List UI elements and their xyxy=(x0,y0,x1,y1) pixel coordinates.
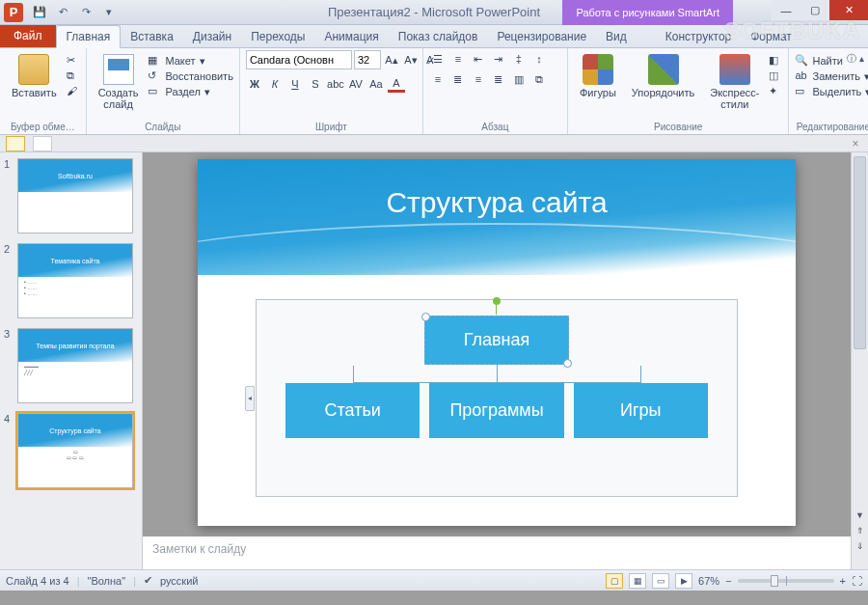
reading-view-button[interactable]: ▭ xyxy=(652,573,669,589)
new-slide-button[interactable]: Создать слайд xyxy=(93,50,145,114)
fit-to-window-button[interactable]: ⛶ xyxy=(852,575,862,587)
smartart-text-pane-toggle[interactable]: ◂ xyxy=(245,386,255,411)
align-left-button[interactable]: ≡ xyxy=(429,70,447,88)
tab-design[interactable]: Дизайн xyxy=(183,26,241,47)
app-icon: P xyxy=(4,3,23,22)
smartart-node-root[interactable]: Главная xyxy=(424,316,569,365)
normal-view-button[interactable]: ▢ xyxy=(606,573,623,589)
section-icon: ▭ xyxy=(148,85,161,98)
shape-outline-button[interactable]: ◫ xyxy=(769,69,782,83)
shapes-button[interactable]: Фигуры xyxy=(574,50,622,102)
file-tab[interactable]: Файл xyxy=(0,24,56,47)
paste-button[interactable]: Вставить xyxy=(6,50,63,102)
maximize-button[interactable]: ▢ xyxy=(800,0,829,20)
replace-button[interactable]: abЗаменить ▾ xyxy=(795,69,868,83)
save-icon[interactable]: 💾 xyxy=(31,4,48,21)
align-right-button[interactable]: ≡ xyxy=(470,70,487,88)
scroll-down-icon[interactable]: ▼ xyxy=(852,508,868,523)
zoom-in-button[interactable]: + xyxy=(840,575,846,587)
arrange-icon xyxy=(648,54,679,85)
status-language[interactable]: русский xyxy=(160,575,198,587)
tab-constructor[interactable]: Конструктор xyxy=(656,26,741,47)
columns-button[interactable]: ▥ xyxy=(510,70,528,88)
quick-styles-button[interactable]: Экспресс-стили xyxy=(704,50,765,114)
underline-button[interactable]: Ч xyxy=(286,75,304,93)
notes-pane[interactable]: Заметки к слайду xyxy=(143,533,851,569)
scroll-thumb[interactable] xyxy=(854,156,866,349)
vertical-scrollbar[interactable]: ▲ ▼ ⇑ ⇓ xyxy=(851,152,868,569)
thumb-3[interactable]: 3 Темпы развития портала━━━━━╱╱╱ xyxy=(4,328,138,403)
thumb-1[interactable]: 1 Softbuka.ru xyxy=(4,158,138,234)
arrange-button[interactable]: Упорядочить xyxy=(626,50,700,102)
slideshow-view-button[interactable]: ▶ xyxy=(675,573,692,589)
font-color-button[interactable]: A xyxy=(388,75,405,93)
redo-icon[interactable]: ↷ xyxy=(77,4,95,21)
tab-home[interactable]: Главная xyxy=(56,25,122,48)
bullets-button[interactable]: ☰ xyxy=(429,50,447,68)
tab-view[interactable]: Вид xyxy=(596,26,637,47)
thumb-4[interactable]: 4 Структура сайта▭▭ ▭ ▭ xyxy=(4,413,138,488)
smartart-node-child[interactable]: Игры xyxy=(574,383,708,438)
zoom-out-button[interactable]: − xyxy=(725,575,731,587)
grow-font-button[interactable]: A▴ xyxy=(383,51,400,69)
font-name-combo[interactable] xyxy=(246,50,352,69)
copy-button[interactable]: ⧉ xyxy=(67,69,80,83)
group-slides: Создать слайд ▦Макет ▾ ↺Восстановить ▭Ра… xyxy=(87,48,240,134)
slide-title[interactable]: Структура сайта xyxy=(198,186,796,219)
line-spacing-button[interactable]: ‡ xyxy=(510,50,528,68)
smartart-node-child[interactable]: Статьи xyxy=(285,383,420,438)
qat-dropdown-icon[interactable]: ▾ xyxy=(100,4,118,21)
rotate-handle-icon[interactable] xyxy=(493,297,501,305)
prev-slide-icon[interactable]: ⇑ xyxy=(852,523,868,538)
slide-canvas-area[interactable]: Структура сайта ◂ Главная Статьи Програм… xyxy=(143,152,851,533)
italic-button[interactable]: К xyxy=(266,75,284,93)
tab-animation[interactable]: Анимация xyxy=(314,26,388,47)
slides-tab-icon[interactable] xyxy=(6,136,25,151)
reset-button[interactable]: ↺Восстановить xyxy=(148,69,232,83)
indent-inc-button[interactable]: ⇥ xyxy=(490,50,507,68)
minimize-button[interactable]: — xyxy=(772,0,800,20)
cut-icon: ✂ xyxy=(67,54,80,68)
format-painter-button[interactable]: 🖌 xyxy=(67,85,80,98)
char-spacing-button[interactable]: A͏V xyxy=(347,75,365,93)
select-button[interactable]: ▭Выделить ▾ xyxy=(795,85,868,98)
strike-button[interactable]: S xyxy=(307,75,324,93)
tab-format[interactable]: Формат xyxy=(741,26,801,47)
tab-slideshow[interactable]: Показ слайдов xyxy=(389,26,488,47)
cut-button[interactable]: ✂ xyxy=(67,54,80,68)
brush-icon: 🖌 xyxy=(67,85,80,98)
shadow-button[interactable]: abc xyxy=(327,75,344,93)
ribbon-help-icon[interactable]: ⓘ ▴ xyxy=(847,52,864,66)
change-case-button[interactable]: Aa xyxy=(367,75,385,93)
sorter-view-button[interactable]: ▦ xyxy=(629,573,646,589)
shape-fill-button[interactable]: ◧ xyxy=(769,54,782,68)
close-panel-button[interactable]: × xyxy=(847,137,864,151)
numbering-button[interactable]: ≡ xyxy=(449,50,467,68)
undo-icon[interactable]: ↶ xyxy=(54,4,71,21)
zoom-slider[interactable] xyxy=(738,579,834,583)
layout-button[interactable]: ▦Макет ▾ xyxy=(148,54,232,68)
indent-dec-button[interactable]: ⇤ xyxy=(470,50,487,68)
font-size-combo[interactable] xyxy=(354,50,381,69)
text-direction-button[interactable]: ↕ xyxy=(530,50,548,68)
tab-review[interactable]: Рецензирование xyxy=(487,26,596,47)
bold-button[interactable]: Ж xyxy=(246,75,263,93)
section-button[interactable]: ▭Раздел ▾ xyxy=(148,85,232,98)
smartart-frame[interactable]: ◂ Главная Статьи Программы Игры xyxy=(256,299,738,497)
zoom-level[interactable]: 67% xyxy=(698,575,719,587)
close-button[interactable]: ✕ xyxy=(829,0,868,20)
thumb-2[interactable]: 2 Тематика сайта• ……• ……• …… xyxy=(4,243,138,318)
shrink-font-button[interactable]: A▾ xyxy=(402,51,420,69)
smartart-convert-button[interactable]: ⧉ xyxy=(530,70,548,88)
spellcheck-icon[interactable]: ✔ xyxy=(144,574,152,587)
next-slide-icon[interactable]: ⇓ xyxy=(852,538,868,554)
tab-transitions[interactable]: Переходы xyxy=(241,26,314,47)
shape-effects-button[interactable]: ✦ xyxy=(769,85,782,98)
slide: Структура сайта ◂ Главная Статьи Програм… xyxy=(198,159,796,526)
outline-tab-icon[interactable] xyxy=(33,136,52,151)
smartart-node-child[interactable]: Программы xyxy=(429,383,563,438)
align-justify-button[interactable]: ≣ xyxy=(490,70,507,88)
align-center-button[interactable]: ≣ xyxy=(449,70,467,88)
tab-insert[interactable]: Вставка xyxy=(121,26,183,47)
contextual-tab-smartart[interactable]: Работа с рисунками SmartArt xyxy=(562,0,733,25)
